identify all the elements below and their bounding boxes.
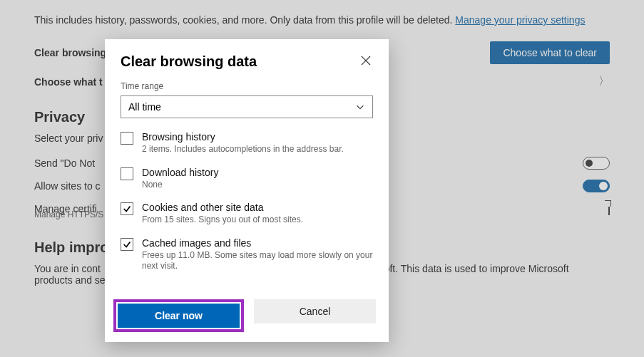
- option-description: From 15 sites. Signs you out of most sit…: [142, 214, 303, 226]
- option-label: Download history: [142, 167, 218, 178]
- chevron-down-icon: [355, 102, 365, 112]
- time-range-value: All time: [128, 101, 161, 113]
- option-checkbox[interactable]: [121, 167, 133, 180]
- option-row: Cached images and filesFrees up 11.0 MB.…: [121, 237, 373, 272]
- clear-browsing-data-dialog: Clear browsing data Time range All time …: [105, 39, 389, 342]
- check-icon: [122, 239, 132, 249]
- allow-sites-label: Allow sites to c: [34, 180, 101, 192]
- chevron-right-icon[interactable]: 〉: [598, 74, 610, 89]
- option-label: Browsing history: [142, 131, 344, 143]
- time-range-select[interactable]: All time: [121, 95, 373, 118]
- close-button[interactable]: [360, 55, 374, 69]
- intro-text-content: This includes history, passwords, cookie…: [34, 14, 455, 26]
- allow-sites-toggle[interactable]: [583, 180, 610, 192]
- option-row: Browsing history2 items. Includes autoco…: [121, 131, 373, 155]
- option-description: Frees up 11.0 MB. Some sites may load mo…: [142, 250, 373, 272]
- option-description: 2 items. Includes autocompletions in the…: [142, 144, 344, 155]
- option-row: Cookies and other site dataFrom 15 sites…: [121, 202, 373, 226]
- help-text-prefix: You are in cont: [34, 263, 101, 274]
- time-range-label: Time range: [121, 81, 373, 91]
- dialog-title: Clear browsing data: [121, 53, 373, 70]
- options-list[interactable]: Browsing history2 items. Includes autoco…: [121, 131, 383, 274]
- choose-on-close-row-label: Choose what t: [34, 76, 103, 88]
- option-description: None: [142, 180, 218, 191]
- option-label: Cached images and files: [142, 237, 373, 249]
- choose-what-to-clear-button[interactable]: Choose what to clear: [490, 41, 610, 64]
- option-checkbox[interactable]: [121, 202, 133, 215]
- do-not-track-label: Send "Do Not: [34, 157, 95, 169]
- intro-text: This includes history, passwords, cookie…: [34, 14, 610, 26]
- manage-privacy-link[interactable]: Manage your privacy settings: [455, 14, 585, 26]
- option-label: Cookies and other site data: [142, 202, 303, 213]
- clear-now-highlight: Clear now: [113, 299, 244, 332]
- check-icon: [122, 204, 132, 214]
- external-link-icon[interactable]: [608, 202, 610, 215]
- option-row: Download historyNone: [121, 167, 373, 191]
- clear-now-button[interactable]: Clear now: [118, 304, 240, 328]
- clear-browsing-row-label: Clear browsing: [34, 47, 106, 58]
- option-checkbox[interactable]: [121, 238, 133, 251]
- cancel-button[interactable]: Cancel: [254, 299, 376, 324]
- close-icon: [360, 55, 372, 66]
- do-not-track-toggle[interactable]: [583, 157, 610, 170]
- option-checkbox[interactable]: [121, 132, 133, 145]
